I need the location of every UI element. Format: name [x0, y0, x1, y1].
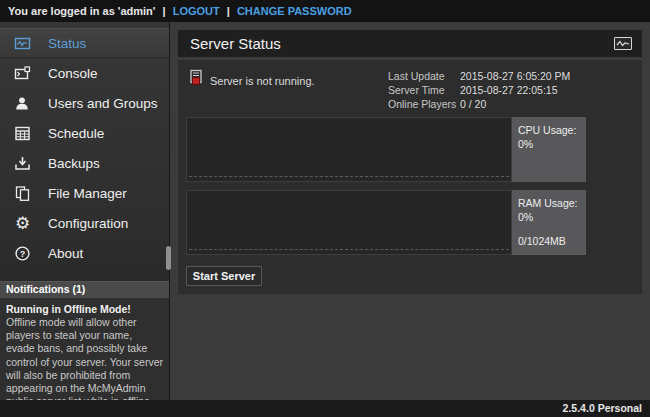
status-graph-icon — [614, 37, 632, 50]
sidebar-item-label: Status — [48, 36, 86, 51]
sidebar-item-label: Users and Groups — [48, 96, 158, 111]
sidebar-item-status[interactable]: Status — [0, 28, 169, 58]
info-row-online-players: Online Players 0 / 20 — [388, 97, 570, 111]
sidebar-item-users-and-groups[interactable]: Users and Groups — [0, 88, 169, 118]
mcmyadmin-window: You are logged in as 'admin' | LOGOUT | … — [0, 0, 650, 417]
ram-usage-detail: 0/1024MB — [518, 235, 580, 249]
question-icon: ? — [14, 245, 31, 262]
ram-usage-graph — [186, 190, 512, 255]
start-server-button[interactable]: Start Server — [186, 266, 262, 286]
server-info-table: Last Update 2015-08-27 6:05:20 PM Server… — [388, 69, 570, 111]
svg-text:?: ? — [20, 248, 26, 258]
separator: | — [227, 5, 230, 17]
info-label: Last Update — [388, 69, 460, 83]
schedule-icon — [14, 125, 31, 142]
logged-in-text: You are logged in as 'admin' — [8, 5, 155, 17]
ram-usage-box: RAM Usage: 0% 0/1024MB — [512, 190, 586, 255]
sidebar-item-schedule[interactable]: Schedule — [0, 118, 169, 148]
sidebar-item-configuration[interactable]: ⚙ Configuration — [0, 208, 169, 238]
file-manager-icon — [14, 185, 31, 202]
cpu-usage-box: CPU Usage: 0% — [512, 117, 586, 182]
ram-graph-baseline — [189, 249, 509, 250]
sidebar-item-about[interactable]: ? About — [0, 238, 169, 268]
info-value: 2015-08-27 6:05:20 PM — [460, 69, 570, 83]
sidebar-menu: Status Console — [0, 28, 169, 268]
users-icon — [14, 95, 31, 112]
sidebar-item-file-manager[interactable]: File Manager — [0, 178, 169, 208]
server-stopped-icon — [188, 69, 204, 87]
info-label: Server Time — [388, 83, 460, 97]
vertical-scrollbar-thumb[interactable] — [166, 246, 171, 270]
logout-link[interactable]: LOGOUT — [173, 5, 220, 17]
server-status-message: Server is not running. — [210, 75, 315, 87]
server-status-panel: Server is not running. Last Update 2015-… — [178, 60, 642, 294]
sidebar-item-label: About — [48, 246, 83, 261]
info-value: 0 / 20 — [460, 97, 486, 111]
backups-icon — [14, 155, 31, 172]
sidebar: Status Console — [0, 22, 170, 400]
bottom-bar: 2.5.4.0 Personal — [0, 400, 650, 417]
notifications-header: Notifications (1) — [0, 281, 169, 298]
sidebar-item-label: File Manager — [48, 186, 127, 201]
sidebar-item-label: Console — [48, 66, 98, 81]
cpu-usage-graph — [186, 117, 512, 182]
page-title-bar: Server Status — [178, 30, 642, 57]
top-bar: You are logged in as 'admin' | LOGOUT | … — [0, 0, 650, 22]
page-title: Server Status — [190, 35, 281, 52]
ram-usage-label: RAM Usage: — [518, 197, 580, 211]
ram-usage-value: 0% — [518, 211, 580, 225]
status-icon — [14, 35, 31, 52]
version-label: 2.5.4.0 Personal — [563, 402, 642, 414]
gear-icon: ⚙ — [14, 215, 31, 232]
sidebar-item-label: Backups — [48, 156, 100, 171]
sidebar-item-label: Configuration — [48, 216, 128, 231]
info-value: 2015-08-27 22:05:15 — [460, 83, 558, 97]
info-row-last-update: Last Update 2015-08-27 6:05:20 PM — [388, 69, 570, 83]
console-icon — [14, 65, 31, 82]
notification-title: Running in Offline Mode! — [6, 303, 163, 316]
cpu-graph-baseline — [189, 176, 509, 177]
separator: | — [163, 5, 166, 17]
info-label: Online Players — [388, 97, 460, 111]
sidebar-item-console[interactable]: Console — [0, 58, 169, 88]
change-password-link[interactable]: CHANGE PASSWORD — [237, 5, 352, 17]
info-row-server-time: Server Time 2015-08-27 22:05:15 — [388, 83, 570, 97]
sidebar-item-label: Schedule — [48, 126, 104, 141]
cpu-usage-label: CPU Usage: — [518, 124, 580, 138]
cpu-usage-value: 0% — [518, 138, 580, 152]
sidebar-item-backups[interactable]: Backups — [0, 148, 169, 178]
